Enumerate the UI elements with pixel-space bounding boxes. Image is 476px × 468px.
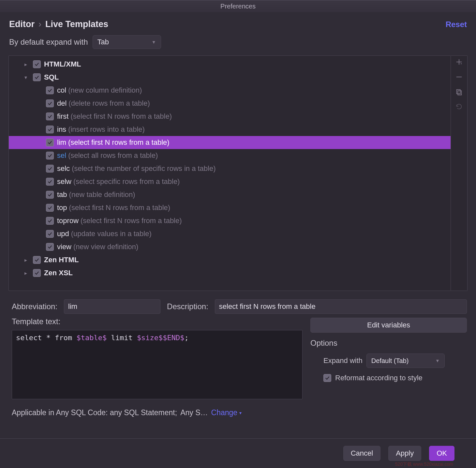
breadcrumb-root[interactable]: Editor xyxy=(9,19,35,29)
checkbox[interactable] xyxy=(46,217,54,225)
template-name: selc xyxy=(57,164,70,173)
add-icon[interactable] xyxy=(455,58,463,68)
template-lim[interactable]: lim (select first N rows from a table) xyxy=(9,136,451,149)
template-name: tab xyxy=(57,190,67,199)
applicable-overflow: Any S… xyxy=(180,408,208,417)
tree-group-label: SQL xyxy=(44,73,59,82)
template-desc: (new table definition) xyxy=(69,190,135,199)
dropdown-icon: ▼ xyxy=(435,358,440,363)
template-upd[interactable]: upd (update values in a table) xyxy=(9,227,451,240)
applicable-context: Applicable in Any SQL Code: any SQL Stat… xyxy=(12,408,177,417)
breadcrumb-bar: Editor › Live Templates Reset xyxy=(0,12,476,35)
template-name: view xyxy=(57,243,71,251)
checkbox[interactable] xyxy=(46,113,54,120)
abbreviation-input[interactable] xyxy=(64,299,160,314)
expand-with-option-label: Expand with xyxy=(323,356,363,365)
edit-variables-button[interactable]: Edit variables xyxy=(310,318,467,333)
template-sel[interactable]: sel (select all rows from a table) xyxy=(9,149,451,162)
reformat-checkbox[interactable] xyxy=(323,374,331,382)
description-label: Description: xyxy=(167,302,208,311)
template-selc[interactable]: selc (select the number of specific rows… xyxy=(9,162,451,175)
template-view[interactable]: view (new view definition) xyxy=(9,240,451,253)
template-name: col xyxy=(57,86,66,95)
template-text-label: Template text: xyxy=(12,317,303,326)
template-ins[interactable]: ins (insert rows into a table) xyxy=(9,123,451,136)
apply-button[interactable]: Apply xyxy=(388,446,421,461)
window-title: Preferences xyxy=(0,0,476,12)
checkbox[interactable] xyxy=(33,73,41,81)
template-desc: (new column definition) xyxy=(68,86,142,95)
tree-group-zen-html[interactable]: ▸ Zen HTML xyxy=(9,253,451,266)
checkbox[interactable] xyxy=(46,191,54,199)
checkbox[interactable] xyxy=(46,230,54,238)
checkbox[interactable] xyxy=(33,60,41,68)
template-name: sel xyxy=(57,151,66,160)
template-first[interactable]: first (select first N rows from a table) xyxy=(9,110,451,123)
template-desc: (select first N rows from a table) xyxy=(68,138,170,147)
template-desc: (select first N rows from a table) xyxy=(69,204,171,212)
template-desc: (select all rows from a table) xyxy=(68,151,158,160)
template-desc: (update values in a table) xyxy=(71,230,152,238)
dropdown-icon: ▼ xyxy=(152,39,156,45)
tree-group-html-xml[interactable]: ▸ HTML/XML xyxy=(9,58,451,71)
description-input[interactable] xyxy=(215,299,467,314)
options-header: Options xyxy=(310,339,467,348)
checkbox[interactable] xyxy=(33,256,41,264)
template-name: del xyxy=(57,99,67,108)
reformat-label: Reformat according to style xyxy=(335,374,423,382)
revert-icon[interactable] xyxy=(455,103,463,113)
template-desc: (new view definition) xyxy=(73,243,138,251)
templates-tree[interactable]: ▸ HTML/XML ▾ SQL col (new column definit… xyxy=(8,55,451,291)
reset-link[interactable]: Reset xyxy=(446,20,467,29)
checkbox[interactable] xyxy=(46,99,54,107)
ok-button[interactable]: OK xyxy=(429,446,454,461)
copy-icon[interactable] xyxy=(455,88,463,98)
change-contexts-link[interactable]: Change ▾ xyxy=(211,408,242,417)
template-desc: (delete rows from a table) xyxy=(68,99,150,108)
template-toprow[interactable]: toprow (select first N rows from a table… xyxy=(9,214,451,227)
tree-group-label: HTML/XML xyxy=(44,60,81,68)
expand-with-combo[interactable]: Tab ▼ xyxy=(93,35,161,49)
expand-with-option-combo[interactable]: Default (Tab) ▼ xyxy=(366,354,445,368)
chevron-down-icon: ▾ xyxy=(239,410,242,415)
template-name: first xyxy=(57,112,68,121)
chevron-down-icon[interactable]: ▾ xyxy=(22,74,30,81)
template-selw[interactable]: selw (select specific rows from a table) xyxy=(9,175,451,188)
abbreviation-label: Abbreviation: xyxy=(12,302,57,311)
checkbox[interactable] xyxy=(33,269,41,277)
template-top[interactable]: top (select first N rows from a table) xyxy=(9,201,451,214)
template-col[interactable]: col (new column definition) xyxy=(9,84,451,97)
checkbox[interactable] xyxy=(46,165,54,173)
remove-icon[interactable] xyxy=(455,73,463,83)
template-name: lim xyxy=(57,138,66,147)
checkbox[interactable] xyxy=(46,86,54,94)
template-tab[interactable]: tab (new table definition) xyxy=(9,188,451,201)
template-name: selw xyxy=(57,177,71,186)
checkbox[interactable] xyxy=(46,204,54,212)
checkbox[interactable] xyxy=(46,178,54,186)
expand-with-label: By default expand with xyxy=(9,38,88,47)
template-desc: (select first N rows from a table) xyxy=(70,112,172,121)
template-desc: (select the number of specific rows in a… xyxy=(72,164,216,173)
template-form: Abbreviation: Description: xyxy=(0,291,476,314)
tree-group-label: Zen HTML xyxy=(44,256,79,264)
checkbox[interactable] xyxy=(46,152,54,159)
checkbox[interactable] xyxy=(46,139,54,146)
breadcrumb-separator: › xyxy=(38,19,41,29)
checkbox[interactable] xyxy=(46,126,54,133)
cancel-button[interactable]: Cancel xyxy=(343,446,380,461)
chevron-right-icon[interactable]: ▸ xyxy=(22,270,30,276)
dialog-buttons: Cancel Apply OK 520下载 www.520xiazai.com xyxy=(0,438,476,468)
chevron-right-icon[interactable]: ▸ xyxy=(22,257,30,263)
template-text-editor[interactable]: select * from $table$ limit $size$$END$; xyxy=(12,330,303,399)
chevron-right-icon[interactable]: ▸ xyxy=(22,61,30,68)
template-name: upd xyxy=(57,230,69,238)
tree-group-zen-xsl[interactable]: ▸ Zen XSL xyxy=(9,266,451,279)
template-desc: (insert rows into a table) xyxy=(68,125,145,134)
checkbox[interactable] xyxy=(46,243,54,251)
svg-rect-0 xyxy=(457,90,460,94)
expand-with-value: Tab xyxy=(97,38,109,46)
expand-with-option-value: Default (Tab) xyxy=(371,357,409,365)
tree-group-sql[interactable]: ▾ SQL xyxy=(9,71,451,84)
template-del[interactable]: del (delete rows from a table) xyxy=(9,97,451,110)
